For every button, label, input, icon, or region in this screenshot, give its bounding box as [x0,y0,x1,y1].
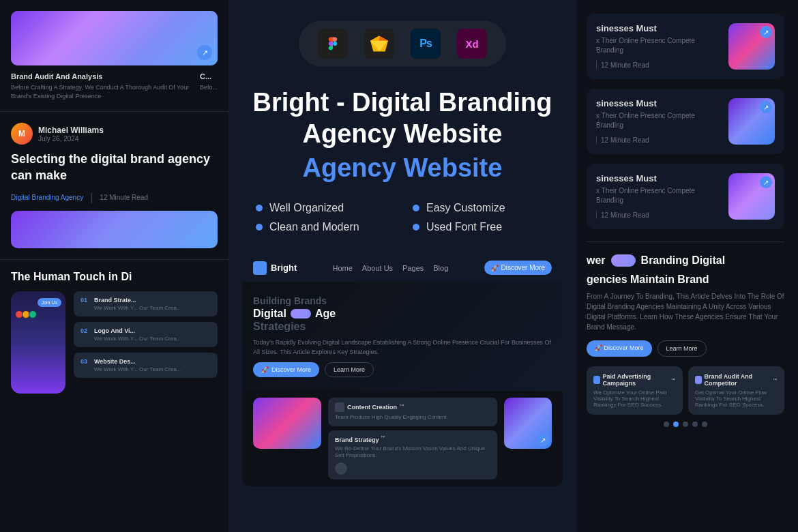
preview-cta-button[interactable]: 🚀 Discover More [484,261,552,275]
rb-pill [611,254,636,267]
left-panel: ↗ Brand Audit And Analysis Before Crafti… [0,0,228,532]
author-name: Michael Williams [38,125,104,135]
blog-card-desc-2: x Their Online Presenc Compete Branding [596,111,720,130]
rb-btns: 🚀 Discover More Learn More [587,340,784,357]
right-bottom-section: wer Branding Digital gencies Maintain Br… [587,254,784,434]
list-item: 02 Logo And Vi... We Work With Y... Our … [74,322,218,347]
rb-mini-card-1: Paid Advertising Campaigns ™ We Optimize… [587,366,683,415]
dots-row [587,415,784,434]
website-preview: Bright Home About Us Pages Blog 🚀 Discov… [242,254,563,486]
list-title-1: Brand Strate... [94,297,211,304]
mobile-preview-card: The Human Touch in Di Join Us 01 Brand S… [0,260,228,404]
rb-mini-card-desc-1: We Optimize Your Online Paid Visibility … [593,389,676,408]
thumb-arrow-1[interactable]: ↗ [760,26,772,38]
content-creation-title: Content Creation ™ [335,402,490,412]
title-text: Bright - Digital Branding Agency Website [252,88,552,148]
blog-card-2: sinesses Must x Their Online Presenc Com… [587,89,784,154]
preview-hero-line1: Building Brands [253,295,552,307]
preview-logo-icon [253,261,267,275]
thumb-arrow-2[interactable]: ↗ [760,101,772,113]
author-date: July 26, 2024 [38,135,104,143]
nav-link-pages[interactable]: Pages [402,264,424,272]
post-image [11,211,218,248]
blog-card-text-1: sinesses Must x Their Online Presenc Com… [596,23,720,69]
article-title-1: Brand Audit And Analysis [11,72,192,80]
rb-learn-btn[interactable]: Learn More [657,340,707,357]
preview-hero: Building Brands Digital Age Strategies T… [242,282,563,391]
blog-card-text-3: sinesses Must x Their Online Presenc Com… [596,173,720,219]
article-top-card: ↗ Brand Audit And Analysis Before Crafti… [0,0,228,112]
feature-item-4: Used Font Free [413,221,549,233]
figma-icon [318,29,348,59]
post-read: 12 Minute Read [100,194,148,201]
preview-hero-line2: Digital Age [253,307,552,320]
preview-arrow-icon[interactable]: ↗ [537,434,549,446]
rb-title: wer Branding Digital [587,254,784,267]
list-title-2: Logo And Vi... [94,327,211,334]
preview-hero-desc: Today's Rapidly Evolving Digital Landsca… [253,338,552,357]
tools-bar: Ps Xd [299,20,506,67]
list-num-1: 01 [80,297,89,304]
rb-mini-card-title-2: Brand Audit And Competitor ™ [695,373,778,387]
article-arrow-icon[interactable]: ↗ [197,45,212,60]
xd-icon: Xd [457,29,487,59]
author-row: M Michael Williams July 26, 2024 [11,123,218,145]
nav-link-home[interactable]: Home [332,264,352,272]
post-tags: Digital Branding Agency | 12 Minute Read [11,192,218,204]
mobile-card-title: The Human Touch in Di [11,271,218,283]
feature-dot-4 [413,224,419,231]
feature-item-3: Clean and Modern [256,221,392,233]
rb-mini-card-2: Brand Audit And Competitor ™ Get Optimal… [688,366,784,415]
separator [587,241,784,242]
dot-4[interactable] [692,422,698,427]
rb-mini-card-title-1: Paid Advertising Campaigns ™ [593,373,676,387]
feature-dot-3 [256,224,263,231]
blog-card-title-1: sinesses Must [596,23,720,33]
nav-link-blog[interactable]: Blog [433,264,448,272]
dot-2[interactable] [673,422,679,427]
sketch-icon [364,29,394,59]
product-title: Bright - Digital Branding Agency Website [242,87,563,149]
feature-label-3: Clean and Modern [269,221,359,233]
feature-label-4: Used Font Free [426,221,502,233]
blog-card-meta-2: 12 Minute Read [596,136,720,144]
list-num-2: 02 [80,327,89,334]
feature-dot-1 [256,205,263,211]
article-top-thumb: ↗ [11,11,218,65]
phone-join-btn[interactable]: Join Us [38,298,61,307]
preview-nav-links: Home About Us Pages Blog [332,264,448,272]
nav-link-about[interactable]: About Us [362,264,393,272]
list-title-3: Website Des... [94,358,211,365]
rb-discover-btn[interactable]: 🚀 Discover More [587,340,652,357]
rb-desc: From A Journey To Branding, This Article… [587,291,784,332]
dot-1[interactable] [664,422,669,427]
dot-3[interactable] [683,422,688,427]
rb-icon-2 [695,376,702,384]
article-desc-2: Befo... [200,83,218,92]
content-creation-desc: Team Produce High Quality Engaging Conte… [335,414,490,421]
brand-strategy-desc: We Re-Define Your Brand's Mission Vision… [335,445,490,460]
preview-feature-cards: Content Creation ™ Team Produce High Qua… [328,398,497,479]
blog-card-text-2: sinesses Must x Their Online Presenc Com… [596,98,720,144]
preview-discover-btn[interactable]: 🚀 Discover More [253,362,319,377]
right-panel: sinesses Must x Their Online Presenc Com… [573,0,798,532]
feature-item-1: Well Organized [256,202,392,214]
rb-mini-cards: Paid Advertising Campaigns ™ We Optimize… [587,366,784,415]
blog-card-1: sinesses Must x Their Online Presenc Com… [587,14,784,79]
blog-card-meta-1: 12 Minute Read [596,61,720,69]
blog-card-desc-3: x Their Online Presenc Compete Branding [596,186,720,205]
features-grid: Well Organized Easy Customize Clean and … [242,202,563,233]
preview-btns: 🚀 Discover More Learn More [253,362,552,377]
brand-strategy-card: Brand Strategy ™ We Re-Define Your Brand… [328,430,497,479]
preview-learn-btn[interactable]: Learn More [325,362,374,377]
post-title: Selecting the digital brand agency can m… [11,151,218,183]
preview-hero-title: Building Brands Digital Age Strategies [253,295,552,333]
brand-strategy-icon [335,462,347,475]
dot-5[interactable] [702,422,707,427]
thumb-arrow-3[interactable]: ↗ [760,176,772,188]
blog-card-meta-3: 12 Minute Read [596,211,720,219]
author-avatar: M [11,123,33,145]
list-desc-3: We Work With Y... Our Team Crea... [94,366,211,372]
feature-item-2: Easy Customize [413,202,549,214]
preview-hero-line3: Strategies [253,320,552,333]
